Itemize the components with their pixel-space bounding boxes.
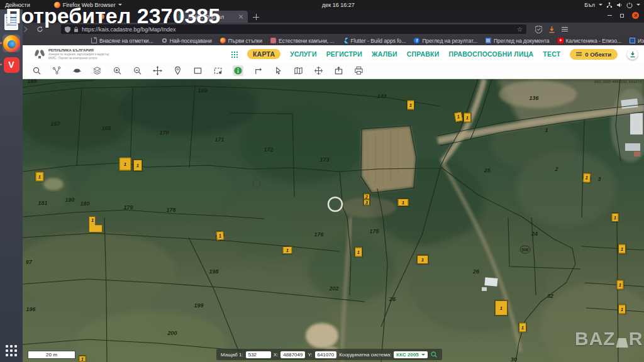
map-marker[interactable]: 1 xyxy=(454,112,463,123)
map-marker[interactable]: 1 xyxy=(612,213,619,222)
bookmark-label: Калистеника - Епизо... xyxy=(566,38,621,44)
map-marker[interactable]: 1 xyxy=(36,172,44,182)
nav-item-регистри[interactable]: РЕГИСТРИ xyxy=(326,50,362,58)
download-objects-button[interactable] xyxy=(627,49,638,60)
map-marker[interactable]: 1 xyxy=(582,173,591,183)
map-marker[interactable]: 1 xyxy=(618,305,626,314)
nav-item-жалби[interactable]: ЖАЛБИ xyxy=(372,50,397,58)
document-icon xyxy=(486,38,491,43)
running-indicator xyxy=(0,42,2,44)
map-marker[interactable]: 1 xyxy=(216,231,224,240)
map-status-bar: Мащаб 1: 532 X: 4887049 Y: 641070 Коорди… xyxy=(216,349,442,360)
map-corner-reference: ККС 2005 4887032, 641070 xyxy=(594,80,641,84)
pan-icon[interactable] xyxy=(152,65,163,76)
map-marker[interactable]: 1 xyxy=(495,300,508,315)
firefox-icon xyxy=(3,35,20,52)
close-window-button[interactable] xyxy=(632,12,639,19)
bookmark-item[interactable]: Преглед на резултат... xyxy=(414,38,477,44)
bookmark-item[interactable]: Първи стъпки xyxy=(220,38,262,44)
show-applications-button[interactable] xyxy=(5,344,18,357)
maximize-button[interactable] xyxy=(620,14,624,18)
bookmark-item[interactable]: Внасяне на отметки... xyxy=(91,38,153,44)
nav-item-правоспособни-лица[interactable]: ПРАВОСПОСОБНИ ЛИЦА xyxy=(448,50,533,58)
parcel-label: 2 xyxy=(555,166,558,172)
map-marker[interactable]: 1 xyxy=(119,158,131,171)
clock[interactable]: дек 16 16:27 xyxy=(322,2,355,8)
info-icon[interactable] xyxy=(233,65,243,76)
shopping-bag-icon xyxy=(616,334,628,348)
dock-item-vivaldi[interactable]: V xyxy=(3,56,20,74)
map-marker[interactable]: 1 xyxy=(79,356,86,362)
bookmark-item[interactable]: Преглед на документа xyxy=(486,38,550,44)
toolbar-right xyxy=(535,26,568,33)
menu-icon[interactable] xyxy=(562,27,568,32)
map-marker[interactable]: 2 xyxy=(364,194,370,200)
map-marker[interactable]: 1 xyxy=(133,160,142,171)
map-marker[interactable]: 1 xyxy=(398,199,409,206)
measure-icon[interactable] xyxy=(253,65,264,76)
layers-icon[interactable] xyxy=(92,65,103,76)
system-tray[interactable]: Бъл xyxy=(584,2,640,8)
map-marker[interactable]: 3 xyxy=(364,200,370,206)
map-marker[interactable]: 1 xyxy=(407,101,414,110)
rect-select-icon[interactable] xyxy=(192,65,203,76)
scale-input[interactable]: 532 xyxy=(246,351,271,358)
nav-item-тест[interactable]: ТЕСТ xyxy=(543,50,560,58)
running-indicator xyxy=(0,63,2,65)
parcel-label: 143 xyxy=(377,93,386,99)
download-icon[interactable] xyxy=(548,26,555,33)
parcel-label: 199 xyxy=(194,302,203,309)
map-marker[interactable]: 1 xyxy=(617,280,624,290)
new-tab-button[interactable] xyxy=(253,14,259,20)
x-input[interactable]: 4887049 xyxy=(280,351,305,358)
map-canvas[interactable]: 1691671681691701711721731431361252318119… xyxy=(23,79,644,362)
bookmark-star-icon[interactable]: ☆ xyxy=(517,26,523,33)
coordinate-search-icon[interactable] xyxy=(430,351,438,358)
minimize-button[interactable] xyxy=(608,15,612,16)
map-marker[interactable]: 1 xyxy=(355,248,362,257)
map-marker[interactable]: 1 xyxy=(464,113,471,123)
parcel-label: 196 xyxy=(26,306,35,312)
zoom-out-icon[interactable] xyxy=(132,65,143,76)
bazar-text-left: BAZ xyxy=(575,329,616,348)
zoom-in-icon[interactable] xyxy=(112,65,123,76)
legend-icon[interactable] xyxy=(293,65,304,76)
nav-item-карта[interactable]: КАРТА xyxy=(247,49,280,59)
coordinates-icon[interactable] xyxy=(313,65,324,76)
location-icon[interactable] xyxy=(172,65,183,76)
route-icon[interactable] xyxy=(52,65,62,76)
area-select-icon[interactable] xyxy=(213,65,223,76)
firefox-icon xyxy=(220,38,226,43)
map-marker[interactable]: 1 xyxy=(519,323,526,332)
language-indicator[interactable]: Бъл xyxy=(584,2,595,8)
nav-item-услуги[interactable]: УСЛУГИ xyxy=(290,50,316,58)
bookmark-item[interactable]: Най-посещавани xyxy=(162,38,212,44)
nav-item-справки[interactable]: СПРАВКИ xyxy=(407,50,440,58)
close-icon[interactable] xyxy=(238,14,243,19)
basemap-icon[interactable] xyxy=(72,65,82,76)
user-watermark: Потребител 2370385 xyxy=(6,4,220,28)
window-controls xyxy=(608,12,639,19)
objects-button[interactable]: 0 Обекти xyxy=(570,49,618,60)
bookmark-item[interactable]: Калистеника - Епизо... xyxy=(558,38,621,44)
export-icon[interactable] xyxy=(333,65,344,76)
search-icon[interactable] xyxy=(31,65,42,76)
portal-nav-items: КАРТАУСЛУГИРЕГИСТРИЖАЛБИСПРАВКИПРАВОСПОС… xyxy=(247,49,560,59)
print-icon[interactable] xyxy=(353,65,364,76)
select-cursor-icon[interactable] xyxy=(273,65,284,76)
map-marker[interactable]: 1 xyxy=(618,244,626,254)
scale-label: Мащаб 1: xyxy=(221,352,243,358)
dock-item-firefox[interactable] xyxy=(3,35,20,52)
map-marker[interactable]: 1 xyxy=(89,216,103,233)
apps-grid-icon[interactable] xyxy=(231,51,238,58)
crs-select[interactable]: ККС 2005 xyxy=(394,351,427,358)
parcel-label: 26 xyxy=(389,296,396,302)
protections-shield-icon[interactable] xyxy=(535,26,542,33)
y-input[interactable]: 641070 xyxy=(315,351,337,358)
bookmark-item[interactable]: Flutter - Build apps fo... xyxy=(343,38,406,44)
bookmark-item[interactable]: Естествени камъни, ... xyxy=(270,38,334,44)
map-marker[interactable]: 1 xyxy=(417,255,428,264)
portal-brand[interactable]: РЕПУБЛИКА БЪЛГАРИЯ Агенция по геодезия, … xyxy=(34,48,109,60)
map-marker[interactable]: 1 xyxy=(283,246,292,254)
bookmark-item[interactable]: Известия :: mobile.bg xyxy=(630,38,644,44)
